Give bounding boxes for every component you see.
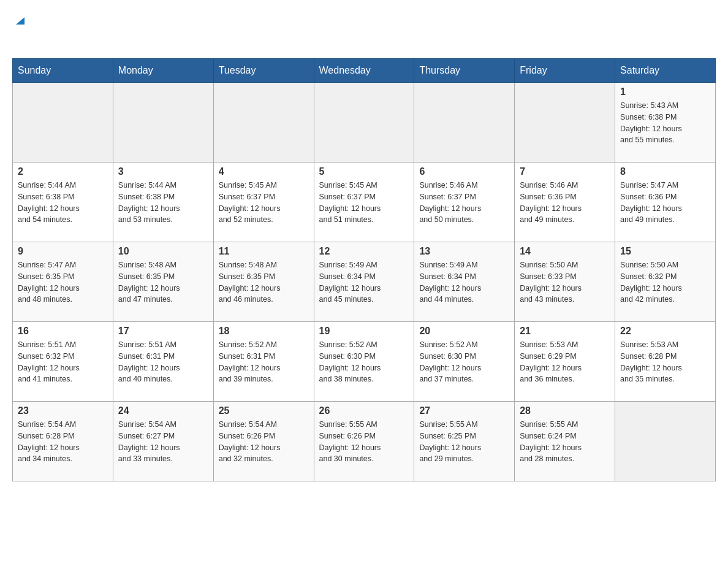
day-info: Sunrise: 5:43 AMSunset: 6:38 PMDaylight:… bbox=[620, 100, 710, 146]
day-number: 23 bbox=[18, 405, 108, 416]
day-number: 7 bbox=[520, 166, 610, 177]
calendar-week-row: 1Sunrise: 5:43 AMSunset: 6:38 PMDaylight… bbox=[13, 83, 716, 163]
calendar-cell: 22Sunrise: 5:53 AMSunset: 6:28 PMDayligh… bbox=[615, 322, 716, 402]
calendar-cell bbox=[615, 402, 716, 481]
day-number: 4 bbox=[219, 166, 309, 177]
day-info: Sunrise: 5:47 AMSunset: 6:36 PMDaylight:… bbox=[620, 180, 710, 226]
calendar-cell: 12Sunrise: 5:49 AMSunset: 6:34 PMDayligh… bbox=[314, 242, 414, 322]
calendar-cell: 24Sunrise: 5:54 AMSunset: 6:27 PMDayligh… bbox=[113, 402, 213, 481]
calendar-cell: 19Sunrise: 5:52 AMSunset: 6:30 PMDayligh… bbox=[314, 322, 414, 402]
calendar-week-row: 16Sunrise: 5:51 AMSunset: 6:32 PMDayligh… bbox=[13, 322, 716, 402]
day-info: Sunrise: 5:48 AMSunset: 6:35 PMDaylight:… bbox=[219, 259, 309, 305]
day-info: Sunrise: 5:52 AMSunset: 6:30 PMDaylight:… bbox=[419, 339, 509, 385]
calendar-week-row: 9Sunrise: 5:47 AMSunset: 6:35 PMDaylight… bbox=[13, 242, 716, 322]
day-number: 3 bbox=[118, 166, 208, 177]
svg-marker-0 bbox=[16, 17, 25, 25]
weekday-header-tuesday: Tuesday bbox=[213, 59, 314, 83]
calendar-cell: 3Sunrise: 5:44 AMSunset: 6:38 PMDaylight… bbox=[113, 163, 213, 242]
day-number: 8 bbox=[620, 166, 710, 177]
day-info: Sunrise: 5:54 AMSunset: 6:28 PMDaylight:… bbox=[18, 419, 108, 465]
calendar-cell: 26Sunrise: 5:55 AMSunset: 6:26 PMDayligh… bbox=[314, 402, 414, 481]
day-info: Sunrise: 5:55 AMSunset: 6:24 PMDaylight:… bbox=[520, 419, 610, 465]
calendar-cell: 7Sunrise: 5:46 AMSunset: 6:36 PMDaylight… bbox=[515, 163, 615, 242]
weekday-header-saturday: Saturday bbox=[615, 59, 716, 83]
day-number: 2 bbox=[18, 166, 108, 177]
day-info: Sunrise: 5:48 AMSunset: 6:35 PMDaylight:… bbox=[118, 259, 208, 305]
calendar-cell: 28Sunrise: 5:55 AMSunset: 6:24 PMDayligh… bbox=[515, 402, 615, 481]
day-number: 5 bbox=[319, 166, 409, 177]
day-info: Sunrise: 5:53 AMSunset: 6:29 PMDaylight:… bbox=[520, 339, 610, 385]
day-number: 16 bbox=[18, 326, 108, 337]
calendar-cell: 2Sunrise: 5:44 AMSunset: 6:38 PMDaylight… bbox=[13, 163, 113, 242]
day-info: Sunrise: 5:50 AMSunset: 6:32 PMDaylight:… bbox=[620, 259, 710, 305]
day-number: 28 bbox=[520, 405, 610, 416]
calendar-body: 1Sunrise: 5:43 AMSunset: 6:38 PMDaylight… bbox=[13, 83, 716, 481]
calendar-cell: 13Sunrise: 5:49 AMSunset: 6:34 PMDayligh… bbox=[414, 242, 515, 322]
calendar-cell: 6Sunrise: 5:46 AMSunset: 6:37 PMDaylight… bbox=[414, 163, 515, 242]
weekday-header-monday: Monday bbox=[113, 59, 213, 83]
day-info: Sunrise: 5:49 AMSunset: 6:34 PMDaylight:… bbox=[319, 259, 409, 305]
day-info: Sunrise: 5:47 AMSunset: 6:35 PMDaylight:… bbox=[18, 259, 108, 305]
day-info: Sunrise: 5:46 AMSunset: 6:36 PMDaylight:… bbox=[520, 180, 610, 226]
calendar-cell: 9Sunrise: 5:47 AMSunset: 6:35 PMDaylight… bbox=[13, 242, 113, 322]
calendar-cell bbox=[314, 83, 414, 163]
day-number: 25 bbox=[219, 405, 309, 416]
day-number: 24 bbox=[118, 405, 208, 416]
calendar-cell: 5Sunrise: 5:45 AMSunset: 6:37 PMDaylight… bbox=[314, 163, 414, 242]
calendar-week-row: 2Sunrise: 5:44 AMSunset: 6:38 PMDaylight… bbox=[13, 163, 716, 242]
day-number: 9 bbox=[18, 246, 108, 257]
calendar-cell: 10Sunrise: 5:48 AMSunset: 6:35 PMDayligh… bbox=[113, 242, 213, 322]
weekday-header-row: SundayMondayTuesdayWednesdayThursdayFrid… bbox=[13, 59, 716, 83]
day-info: Sunrise: 5:54 AMSunset: 6:27 PMDaylight:… bbox=[118, 419, 208, 465]
calendar-cell: 17Sunrise: 5:51 AMSunset: 6:31 PMDayligh… bbox=[113, 322, 213, 402]
day-number: 22 bbox=[620, 326, 710, 337]
day-number: 10 bbox=[118, 246, 208, 257]
calendar-cell bbox=[515, 83, 615, 163]
calendar-cell: 27Sunrise: 5:55 AMSunset: 6:25 PMDayligh… bbox=[414, 402, 515, 481]
calendar-cell: 4Sunrise: 5:45 AMSunset: 6:37 PMDaylight… bbox=[213, 163, 314, 242]
day-number: 18 bbox=[219, 326, 309, 337]
calendar-header: SundayMondayTuesdayWednesdayThursdayFrid… bbox=[13, 59, 716, 83]
day-number: 17 bbox=[118, 326, 208, 337]
day-info: Sunrise: 5:44 AMSunset: 6:38 PMDaylight:… bbox=[118, 180, 208, 226]
weekday-header-wednesday: Wednesday bbox=[314, 59, 414, 83]
day-number: 21 bbox=[520, 326, 610, 337]
day-info: Sunrise: 5:51 AMSunset: 6:31 PMDaylight:… bbox=[118, 339, 208, 385]
calendar-cell: 18Sunrise: 5:52 AMSunset: 6:31 PMDayligh… bbox=[213, 322, 314, 402]
page-header bbox=[12, 12, 716, 46]
calendar-cell: 16Sunrise: 5:51 AMSunset: 6:32 PMDayligh… bbox=[13, 322, 113, 402]
calendar-week-row: 23Sunrise: 5:54 AMSunset: 6:28 PMDayligh… bbox=[13, 402, 716, 481]
day-info: Sunrise: 5:44 AMSunset: 6:38 PMDaylight:… bbox=[18, 180, 108, 226]
day-number: 15 bbox=[620, 246, 710, 257]
weekday-header-sunday: Sunday bbox=[13, 59, 113, 83]
logo-icon bbox=[13, 13, 27, 27]
day-info: Sunrise: 5:45 AMSunset: 6:37 PMDaylight:… bbox=[319, 180, 409, 226]
day-number: 12 bbox=[319, 246, 409, 257]
calendar-cell bbox=[113, 83, 213, 163]
day-number: 19 bbox=[319, 326, 409, 337]
calendar-cell: 20Sunrise: 5:52 AMSunset: 6:30 PMDayligh… bbox=[414, 322, 515, 402]
calendar-cell bbox=[414, 83, 515, 163]
calendar-cell: 1Sunrise: 5:43 AMSunset: 6:38 PMDaylight… bbox=[615, 83, 716, 163]
day-info: Sunrise: 5:51 AMSunset: 6:32 PMDaylight:… bbox=[18, 339, 108, 385]
day-info: Sunrise: 5:52 AMSunset: 6:31 PMDaylight:… bbox=[219, 339, 309, 385]
calendar-table: SundayMondayTuesdayWednesdayThursdayFrid… bbox=[12, 58, 716, 481]
calendar-cell: 14Sunrise: 5:50 AMSunset: 6:33 PMDayligh… bbox=[515, 242, 615, 322]
day-info: Sunrise: 5:49 AMSunset: 6:34 PMDaylight:… bbox=[419, 259, 509, 305]
day-info: Sunrise: 5:55 AMSunset: 6:25 PMDaylight:… bbox=[419, 419, 509, 465]
day-number: 26 bbox=[319, 405, 409, 416]
calendar-cell bbox=[13, 83, 113, 163]
calendar-cell: 15Sunrise: 5:50 AMSunset: 6:32 PMDayligh… bbox=[615, 242, 716, 322]
day-number: 1 bbox=[620, 86, 710, 98]
day-info: Sunrise: 5:46 AMSunset: 6:37 PMDaylight:… bbox=[419, 180, 509, 226]
day-number: 14 bbox=[520, 246, 610, 257]
day-info: Sunrise: 5:55 AMSunset: 6:26 PMDaylight:… bbox=[319, 419, 409, 465]
calendar-cell: 23Sunrise: 5:54 AMSunset: 6:28 PMDayligh… bbox=[13, 402, 113, 481]
calendar-cell: 21Sunrise: 5:53 AMSunset: 6:29 PMDayligh… bbox=[515, 322, 615, 402]
day-info: Sunrise: 5:45 AMSunset: 6:37 PMDaylight:… bbox=[219, 180, 309, 226]
weekday-header-friday: Friday bbox=[515, 59, 615, 83]
logo bbox=[12, 12, 48, 46]
day-info: Sunrise: 5:53 AMSunset: 6:28 PMDaylight:… bbox=[620, 339, 710, 385]
calendar-cell: 11Sunrise: 5:48 AMSunset: 6:35 PMDayligh… bbox=[213, 242, 314, 322]
day-number: 11 bbox=[219, 246, 309, 257]
